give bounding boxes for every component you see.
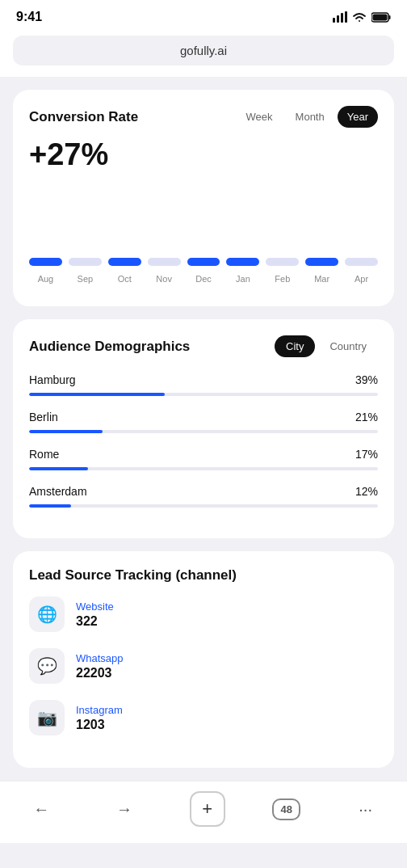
bar-col: Sep — [69, 258, 102, 284]
bar — [148, 258, 181, 266]
status-icons — [333, 11, 391, 23]
lead-name: Instagram — [76, 704, 123, 716]
conversion-header: Conversion Rate Week Month Year — [29, 106, 378, 128]
bottom-nav: ← → + 48 ··· — [0, 781, 407, 843]
address-bar: gofully.ai — [0, 31, 407, 77]
bar-label: Nov — [156, 274, 172, 284]
city-filter-btn[interactable]: City — [275, 335, 315, 357]
lead-source-card: Lead Source Tracking (channel) 🌐 Website… — [13, 551, 394, 768]
month-filter-btn[interactable]: Month — [286, 106, 334, 128]
bar-col: Feb — [266, 258, 299, 284]
bar-label: Apr — [355, 274, 368, 284]
demo-city-label: Rome — [29, 448, 59, 461]
demo-row: Berlin 21% — [29, 411, 378, 433]
bar — [108, 258, 141, 266]
country-filter-btn[interactable]: Country — [318, 335, 378, 357]
lead-count: 1203 — [76, 718, 123, 732]
year-filter-btn[interactable]: Year — [338, 106, 378, 128]
lead-name: Whatsapp — [76, 652, 124, 664]
bar-col: Apr — [345, 258, 378, 284]
url-display[interactable]: gofully.ai — [13, 36, 394, 65]
demo-row-header: Amsterdam 12% — [29, 485, 378, 498]
demo-row: Amsterdam 12% — [29, 485, 378, 508]
svg-rect-3 — [345, 11, 347, 23]
tab-count-badge[interactable]: 48 — [272, 798, 300, 820]
more-button[interactable]: ··· — [348, 791, 384, 827]
bar-col: Jan — [226, 258, 259, 284]
demographics-card: Audience Demographics City Country Hambu… — [13, 319, 394, 538]
demo-row-header: Berlin 21% — [29, 411, 378, 423]
bar-chart: AugSepOctNovDecJanFebMarApr — [29, 187, 378, 284]
demo-row: Rome 17% — [29, 448, 378, 470]
demo-city-label: Amsterdam — [29, 485, 87, 498]
demo-row: Hamburg 39% — [29, 373, 378, 396]
demo-pct-label: 21% — [355, 411, 378, 423]
svg-rect-6 — [373, 14, 388, 20]
demo-city-label: Berlin — [29, 411, 58, 423]
week-filter-btn[interactable]: Week — [237, 106, 283, 128]
lead-source-title: Lead Source Tracking (channel) — [29, 567, 378, 584]
lead-row: 💬 Whatsapp 22203 — [29, 648, 378, 684]
demographics-title: Audience Demographics — [29, 339, 190, 355]
progress-bar — [29, 393, 378, 396]
lead-count: 322 — [76, 614, 114, 629]
add-button[interactable]: + — [190, 791, 225, 827]
demo-row-header: Hamburg 39% — [29, 373, 378, 386]
lead-icon: 🌐 — [29, 596, 65, 632]
lead-icon: 💬 — [29, 648, 65, 684]
bar-col: Dec — [187, 258, 220, 284]
lead-info: Website 322 — [76, 600, 114, 629]
lead-count: 22203 — [76, 666, 124, 680]
lead-source-list: 🌐 Website 322 💬 Whatsapp 22203 📷 Instagr… — [29, 596, 378, 735]
lead-row: 📷 Instagram 1203 — [29, 700, 378, 735]
bar — [187, 258, 220, 266]
status-bar: 9:41 — [0, 0, 407, 31]
bar-label: Sep — [78, 274, 94, 284]
conversion-filter-group: Week Month Year — [237, 106, 378, 128]
progress-fill — [29, 504, 71, 508]
lead-row: 🌐 Website 322 — [29, 596, 378, 632]
wifi-icon — [352, 12, 367, 23]
lead-info: Instagram 1203 — [76, 704, 123, 732]
demographics-filter-group: City Country — [275, 335, 378, 357]
bar — [29, 258, 62, 266]
lead-info: Whatsapp 22203 — [76, 652, 124, 680]
bar-label: Oct — [118, 274, 132, 284]
bar — [345, 258, 378, 266]
svg-rect-5 — [389, 15, 391, 19]
bar-col: Aug — [29, 258, 62, 284]
bar-label: Jan — [236, 274, 250, 284]
progress-fill — [29, 430, 103, 433]
lead-icon: 📷 — [29, 700, 65, 735]
conversion-rate-card: Conversion Rate Week Month Year +27% Aug… — [13, 90, 394, 306]
progress-fill — [29, 467, 88, 470]
progress-fill — [29, 393, 165, 396]
svg-rect-2 — [341, 13, 343, 23]
bar-col: Oct — [108, 258, 141, 284]
bar-label: Aug — [38, 274, 54, 284]
bar — [266, 258, 299, 266]
bar — [69, 258, 102, 266]
progress-bar — [29, 430, 378, 433]
bar-col: Nov — [148, 258, 181, 284]
back-button[interactable]: ← — [23, 791, 59, 827]
bar-col: Mar — [305, 258, 338, 284]
bar — [305, 258, 338, 266]
forward-button[interactable]: → — [107, 791, 142, 827]
progress-bar — [29, 467, 378, 470]
signal-icon — [333, 11, 347, 23]
demographics-list: Hamburg 39% Berlin 21% Rome 17% — [29, 373, 378, 508]
lead-name: Website — [76, 600, 114, 613]
bar-label: Feb — [275, 274, 290, 284]
battery-icon — [371, 12, 391, 23]
bar-label: Mar — [314, 274, 329, 284]
demo-pct-label: 12% — [355, 485, 378, 498]
status-time: 9:41 — [16, 10, 42, 24]
demo-pct-label: 39% — [355, 373, 378, 386]
conversion-value: +27% — [29, 137, 378, 172]
demographics-header: Audience Demographics City Country — [29, 335, 378, 357]
progress-bar — [29, 504, 378, 508]
bar-label: Dec — [195, 274, 212, 284]
demo-row-header: Rome 17% — [29, 448, 378, 461]
bar — [226, 258, 259, 266]
